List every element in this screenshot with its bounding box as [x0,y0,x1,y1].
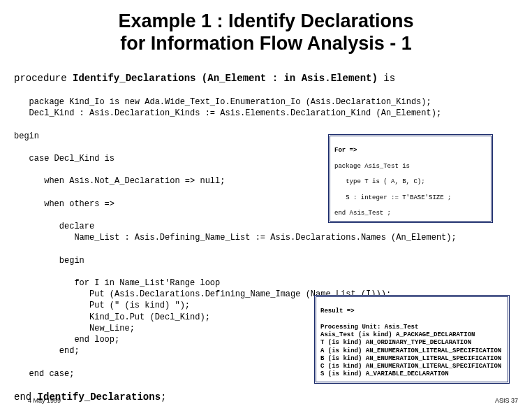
box-line: S : integer := T'BASE'SIZE ; [334,194,451,201]
code-line: New_Line; [14,324,135,333]
box-line: type T is ( A, B, C); [334,178,425,185]
kw-is: is [383,73,395,84]
code-line: package Kind_Io is new Ada.Wide_Text_Io.… [14,97,431,107]
slide-title: Example 1 : Identify Declarations for In… [28,10,504,55]
code-line: end loop; [14,335,119,345]
title-line-2: for Information Flow Analysis - 1 [120,33,412,54]
box-line: A (is kind) AN_ENUMERATION_LITERAL_SPECI… [320,347,501,354]
box-line: Asis_Test (is kind) A_PACKAGE_DECLARATIO… [320,331,475,338]
box-line: S (is kind) A_VARIABLE_DECLARATION [320,370,449,377]
box-heading: Result => [320,308,355,315]
code-line: when Asis.Not_A_Declaration => null; [14,176,225,186]
code-line: declare [14,222,94,231]
code-line: end case; [14,369,74,379]
code-line: Decl_Kind : Asis.Declaration_Kinds := As… [14,108,441,118]
box-line: B (is kind) AN_ENUMERATION_LITERAL_SPECI… [320,355,501,362]
title-line-1: Example 1 : Identify Declarations [118,10,413,31]
box-line: Processing Unit: Asis_Test [320,324,418,331]
semi: ; [161,391,166,403]
footer-date: 4 May 1999 [28,397,61,404]
code-line: when others => [14,199,114,209]
box-heading: For => [334,147,357,154]
kw-procedure: procedure [14,73,73,84]
code-line: end; [14,346,80,356]
code-line: case Decl_Kind is [14,154,114,164]
proc-signature: Identify_Declarations (An_Element : in A… [73,73,383,84]
box-line: C (is kind) AN_ENUMERATION_LITERAL_SPECI… [320,363,501,370]
box-line: T (is kind) AN_ORDINARY_TYPE_DECLARATION [320,339,471,346]
input-example-box: For => package Asis_Test is type T is ( … [328,134,493,223]
code-line: for I in Name_List'Range loop [14,278,220,288]
code-line: Kind_Io.Put (Decl_Kind); [14,312,210,322]
code-line: begin [14,131,39,141]
footer-page: ASIS 37 [495,397,518,404]
box-line: end Asis_Test ; [334,210,391,217]
box-line: package Asis_Test is [334,163,410,170]
code-line: Name_List : Asis.Defining_Name_List := A… [14,233,457,243]
code-line: begin [14,256,84,266]
result-example-box: Result => Processing Unit: Asis_Test Asi… [314,295,510,384]
code-line: Put (" (is kind) "); [14,301,190,310]
